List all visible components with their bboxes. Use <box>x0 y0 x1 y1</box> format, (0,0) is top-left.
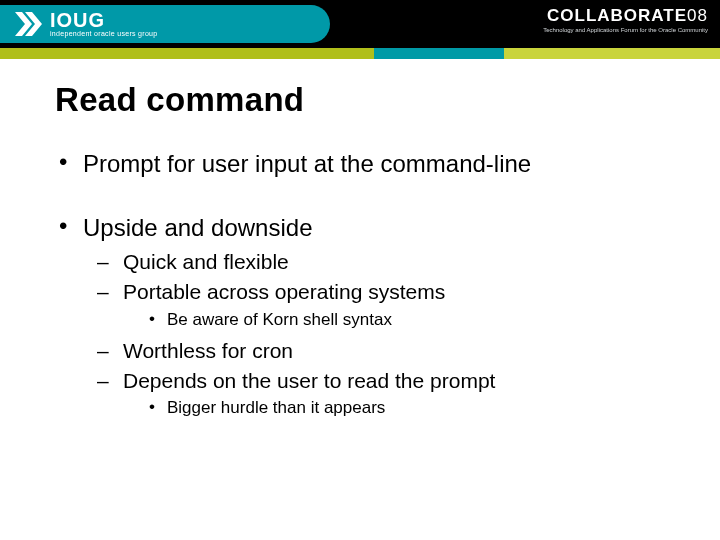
chevron-icon <box>14 9 42 39</box>
accent-segment <box>504 48 720 59</box>
bullet-lvl2: Worthless for cron <box>97 338 665 364</box>
bullet-lvl1: Upside and downside Quick and flexible P… <box>55 213 665 419</box>
slide: IOUG independent oracle users group COLL… <box>0 0 720 540</box>
bullet-list-lvl3: Be aware of Korn shell syntax <box>123 309 665 330</box>
bullet-text: Upside and downside <box>83 214 313 241</box>
bullet-text: Depends on the user to read the prompt <box>123 369 495 392</box>
bullet-text: Quick and flexible <box>123 250 289 273</box>
bullet-lvl2: Quick and flexible <box>97 249 665 275</box>
bullet-lvl2: Portable across operating systems Be awa… <box>97 279 665 330</box>
conference-year: 08 <box>687 6 708 25</box>
bullet-lvl3: Be aware of Korn shell syntax <box>147 309 665 330</box>
bullet-list: Prompt for user input at the command-lin… <box>55 149 665 419</box>
bullet-text: Portable across operating systems <box>123 280 445 303</box>
conference-name: COLLABORATE <box>547 6 687 25</box>
bullet-text: Bigger hurdle than it appears <box>167 398 385 417</box>
bullet-text: Prompt for user input at the command-lin… <box>83 150 531 177</box>
conference-tagline: Technology and Applications Forum for th… <box>543 27 708 33</box>
bullet-lvl2: Depends on the user to read the prompt B… <box>97 368 665 419</box>
header-bar: IOUG independent oracle users group COLL… <box>0 0 720 48</box>
bullet-lvl3: Bigger hurdle than it appears <box>147 397 665 418</box>
conference-title: COLLABORATE08 <box>543 6 708 26</box>
bullet-lvl1: Prompt for user input at the command-lin… <box>55 149 665 179</box>
bullet-text: Be aware of Korn shell syntax <box>167 310 392 329</box>
slide-title: Read command <box>55 81 665 119</box>
accent-segment <box>0 48 374 59</box>
bullet-list-lvl2: Quick and flexible Portable across opera… <box>83 249 665 419</box>
brand-name: IOUG <box>50 9 157 32</box>
bullet-list-lvl3: Bigger hurdle than it appears <box>123 397 665 418</box>
accent-bar <box>0 48 720 59</box>
content-area: Read command Prompt for user input at th… <box>0 59 720 427</box>
conference-block: COLLABORATE08 Technology and Application… <box>543 6 708 33</box>
accent-segment <box>374 48 504 59</box>
bullet-text: Worthless for cron <box>123 339 293 362</box>
brand-subtitle: independent oracle users group <box>50 30 157 37</box>
brand-ribbon: IOUG independent oracle users group <box>0 5 330 43</box>
brand-text: IOUG independent oracle users group <box>50 9 157 37</box>
